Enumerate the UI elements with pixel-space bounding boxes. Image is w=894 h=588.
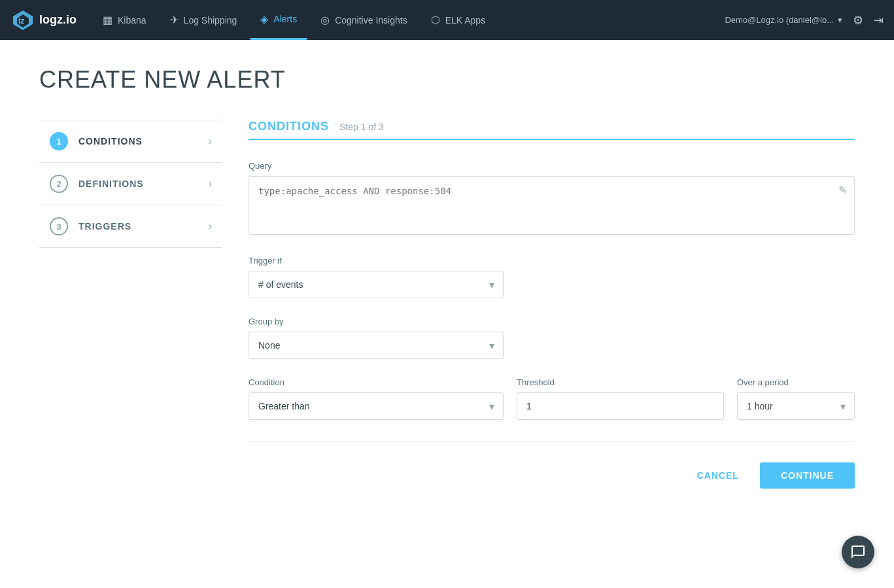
continue-button[interactable]: CONTINUE bbox=[760, 462, 855, 489]
log-shipping-icon: ✈ bbox=[170, 14, 179, 26]
step-info: Step 1 of 3 bbox=[339, 122, 384, 132]
user-menu[interactable]: Demo@Logz.io (daniel@lo... ▾ bbox=[725, 15, 842, 25]
nav-kibana[interactable]: ▦ Kibana bbox=[92, 0, 157, 40]
period-wrapper: 1 hour ▾ bbox=[737, 392, 855, 420]
step-item-definitions[interactable]: 2 DEFINITIONS › bbox=[39, 163, 222, 205]
form-divider bbox=[249, 441, 855, 441]
chat-bubble[interactable] bbox=[842, 536, 874, 568]
period-label: Over a period bbox=[737, 377, 855, 387]
action-row: CANCEL CONTINUE bbox=[249, 462, 855, 489]
definitions-chevron-icon: › bbox=[209, 178, 212, 190]
query-input[interactable] bbox=[249, 176, 855, 235]
threshold-label: Threshold bbox=[517, 377, 724, 387]
page-content: CREATE NEW ALERT 1 CONDITIONS › 2 DEFINI… bbox=[0, 40, 894, 588]
nav-items: ▦ Kibana ✈ Log Shipping ◈ Alerts ◎ Cogni… bbox=[92, 0, 725, 40]
steps-sidebar: 1 CONDITIONS › 2 DEFINITIONS › 3 TRIGGER… bbox=[39, 120, 222, 489]
period-select[interactable]: 1 hour bbox=[737, 392, 855, 420]
top-navigation: lz logz.io ▦ Kibana ✈ Log Shipping ◈ Ale… bbox=[0, 0, 894, 40]
conditions-chevron-icon: › bbox=[209, 135, 212, 147]
step-item-conditions[interactable]: 1 CONDITIONS › bbox=[39, 120, 222, 163]
trigger-if-select[interactable]: # of events bbox=[249, 271, 504, 298]
edit-query-icon[interactable]: ✎ bbox=[838, 184, 847, 196]
nav-cognitive-insights[interactable]: ◎ Cognitive Insights bbox=[310, 0, 418, 40]
elk-apps-icon: ⬡ bbox=[431, 14, 440, 26]
triggers-chevron-icon: › bbox=[209, 220, 212, 232]
user-label: Demo@Logz.io (daniel@lo... bbox=[725, 15, 834, 25]
nav-alerts[interactable]: ◈ Alerts bbox=[250, 0, 307, 40]
nav-elk-apps[interactable]: ⬡ ELK Apps bbox=[421, 0, 496, 40]
step-number-2: 2 bbox=[50, 175, 68, 193]
period-col: Over a period 1 hour ▾ bbox=[737, 377, 855, 420]
group-by-wrapper: None ▾ bbox=[249, 332, 504, 359]
svg-text:lz: lz bbox=[18, 16, 24, 26]
form-area: CONDITIONS Step 1 of 3 Query ✎ Trigger i… bbox=[249, 120, 855, 489]
query-group: Query ✎ bbox=[249, 161, 855, 237]
cancel-button[interactable]: CANCEL bbox=[687, 464, 749, 487]
section-header: CONDITIONS Step 1 of 3 bbox=[249, 120, 855, 133]
condition-row: Condition Greater than ▾ Threshold bbox=[249, 377, 855, 420]
trigger-if-wrapper: # of events ▾ bbox=[249, 271, 504, 298]
group-by-group: Group by None ▾ bbox=[249, 317, 855, 359]
trigger-if-group: Trigger if # of events ▾ bbox=[249, 256, 855, 298]
cognitive-insights-icon: ◎ bbox=[320, 14, 330, 26]
step-number-1: 1 bbox=[50, 132, 68, 150]
nav-log-shipping[interactable]: ✈ Log Shipping bbox=[160, 0, 248, 40]
nav-right: Demo@Logz.io (daniel@lo... ▾ ⚙ ⇥ bbox=[725, 13, 884, 27]
content-layout: 1 CONDITIONS › 2 DEFINITIONS › 3 TRIGGER… bbox=[39, 120, 855, 489]
trigger-if-label: Trigger if bbox=[249, 256, 855, 266]
gear-icon[interactable]: ⚙ bbox=[853, 13, 863, 27]
condition-row-group: Condition Greater than ▾ Threshold bbox=[249, 377, 855, 420]
threshold-col: Threshold bbox=[517, 377, 724, 420]
step-label-conditions: CONDITIONS bbox=[78, 136, 198, 147]
page-title: CREATE NEW ALERT bbox=[39, 66, 855, 94]
logout-icon[interactable]: ⇥ bbox=[874, 13, 884, 27]
section-title: CONDITIONS bbox=[249, 120, 329, 133]
step-label-triggers: TRIGGERS bbox=[78, 221, 198, 232]
group-by-select[interactable]: None bbox=[249, 332, 504, 359]
step-label-definitions: DEFINITIONS bbox=[78, 179, 198, 189]
condition-col: Condition Greater than ▾ bbox=[249, 377, 504, 420]
user-chevron-icon: ▾ bbox=[838, 15, 842, 25]
condition-label: Condition bbox=[249, 377, 504, 387]
query-wrapper: ✎ bbox=[249, 176, 855, 237]
query-label: Query bbox=[249, 161, 855, 171]
condition-select[interactable]: Greater than bbox=[249, 392, 504, 420]
step-number-3: 3 bbox=[50, 217, 68, 235]
kibana-icon: ▦ bbox=[103, 14, 112, 26]
alerts-icon: ◈ bbox=[260, 13, 268, 26]
section-divider bbox=[249, 139, 855, 140]
logo-text: logz.io bbox=[39, 13, 77, 27]
group-by-label: Group by bbox=[249, 317, 855, 326]
threshold-input[interactable] bbox=[517, 392, 724, 420]
condition-wrapper: Greater than ▾ bbox=[249, 392, 504, 420]
logo[interactable]: lz logz.io bbox=[10, 8, 77, 33]
step-item-triggers[interactable]: 3 TRIGGERS › bbox=[39, 205, 222, 248]
